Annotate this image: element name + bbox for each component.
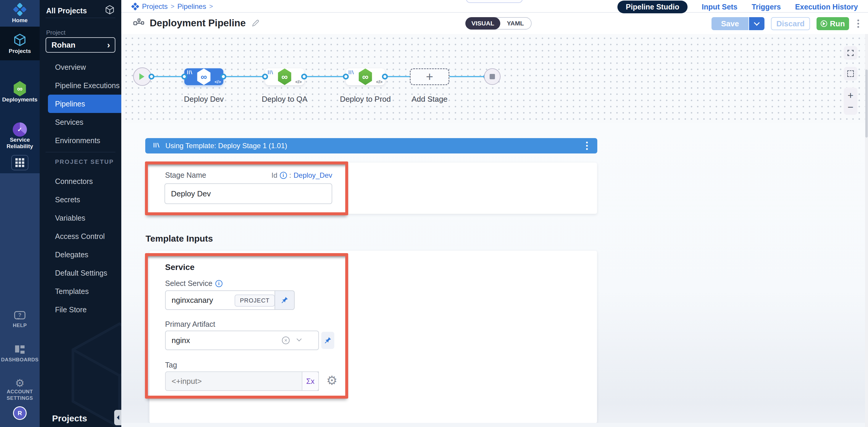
sidebar-item-access-control[interactable]: Access Control [40,227,121,245]
stage-name-input[interactable] [164,183,332,204]
connector-dot [181,74,187,79]
rail-item-account-settings[interactable]: ⚙ ACCOUNT SETTINGS [0,378,40,401]
rail-deployments-label: Deployments [0,96,40,103]
primary-artifact-input[interactable] [165,331,319,350]
scrollbar-thumb[interactable] [865,69,868,137]
select-service-label: Select Service [165,279,212,288]
sidebar-item-templates[interactable]: Templates [40,282,121,300]
rail-item-service-reliability[interactable]: ✓ Service Reliability [0,123,40,150]
canvas-select-button[interactable] [844,67,857,80]
pipeline-canvas[interactable]: ∞ </> ∞ </> ∞ </> + Depl [121,34,868,123]
breadcrumb-pipelines[interactable]: Pipelines [178,2,206,11]
rail-account-label1: ACCOUNT [0,389,40,395]
toggle-visual[interactable]: VISUAL [465,17,500,30]
marquee-select-icon [847,70,854,77]
service-pin-button[interactable] [275,290,294,310]
header-kebab-menu[interactable] [856,18,861,30]
toggle-yaml[interactable]: YAML [500,18,531,29]
template-icon [348,70,354,76]
project-selector[interactable]: Rohan › [45,37,115,53]
run-button[interactable]: Run [816,17,849,30]
rail-projects-label: Projects [0,48,40,55]
canvas-fit-button[interactable] [844,46,857,60]
tag-label: Tag [165,361,177,369]
stop-icon [490,74,495,79]
project-sidebar: All Projects Project Rohan › Overview Pi… [40,0,121,427]
stage-node-deploy-to-prod[interactable]: ∞ </> [346,68,385,85]
artifact-pin-button[interactable] [321,332,334,349]
expression-input-button[interactable]: Σx [302,371,319,391]
code-glyph-icon: </> [215,79,221,84]
info-icon[interactable]: i [215,280,222,287]
zoom-out-button[interactable]: − [847,101,854,113]
service-heading: Service [165,263,195,272]
rail-sr-label2: Reliability [0,143,40,150]
service-reliability-icon: ✓ [13,123,27,137]
breadcrumb: Projects > Pipelines > [131,2,213,11]
tag-settings-gear-icon[interactable]: ⚙ [326,374,338,387]
tab-pipeline-studio[interactable]: Pipeline Studio [617,1,687,13]
help-chat-icon: ? [14,311,26,319]
edit-pencil-icon[interactable] [251,19,260,28]
discard-button[interactable]: Discard [771,17,810,30]
tab-execution-history[interactable]: Execution History [795,3,858,11]
clear-selection-icon[interactable]: × [282,336,290,344]
service-inputs-card: Service Select Service i PROJECT Primary… [149,251,597,423]
save-dropdown-button[interactable] [749,17,765,30]
pipeline-header-bar: Deployment Pipeline VISUAL YAML Save Dis… [121,13,868,34]
sidebar-item-environments[interactable]: Environments [40,131,121,150]
sidebar-item-connectors[interactable]: Connectors [40,172,121,191]
info-icon[interactable]: i [280,172,287,179]
rail-help-label: HELP [0,322,40,329]
save-button[interactable]: Save [712,17,749,30]
sidebar-item-pipeline-executions[interactable]: Pipeline Executions [40,76,121,95]
sidebar-item-default-settings[interactable]: Default Settings [40,264,121,282]
service-scope-badge: PROJECT [235,295,275,307]
code-glyph-icon: </> [295,79,302,84]
sidebar-item-file-store[interactable]: File Store [40,300,121,319]
all-projects-label[interactable]: All Projects [46,6,87,15]
banner-text: Using Template: Deploy Stage 1 (1.01) [165,142,287,150]
stage-node-deploy-to-qa[interactable]: ∞ </> [265,68,304,85]
using-template-banner[interactable]: Using Template: Deploy Stage 1 (1.01) [145,138,597,154]
rail-item-dashboards[interactable]: DASHBOARDS [0,346,40,363]
tab-input-sets[interactable]: Input Sets [702,3,738,11]
harness-logo-icon [13,12,26,17]
link [304,76,346,77]
template-inputs-heading: Template Inputs [146,234,213,244]
stage-id-value[interactable]: Deploy_Dev [293,171,332,179]
zoom-in-button[interactable]: + [847,89,854,101]
stage-name-card: Stage Name Id i : Deploy_Dev [149,163,597,214]
stage-node-deploy-dev[interactable]: ∞ </> [184,68,223,85]
tag-input[interactable] [165,371,319,391]
rail-item-home[interactable]: Home [0,3,40,24]
sidebar-item-variables[interactable]: Variables [40,209,121,227]
add-stage-button[interactable]: + [410,68,450,85]
user-avatar[interactable]: R [13,406,27,420]
rail-item-help[interactable]: ? HELP [0,311,40,329]
rail-item-deployments[interactable]: ∞ Deployments [0,81,40,103]
sidebar-item-secrets[interactable]: Secrets [40,191,121,209]
stage-name-label: Stage Name [165,171,206,179]
sidebar-item-pipelines[interactable]: Pipelines [48,95,121,113]
rail-home-label: Home [0,17,40,24]
cube-icon [105,5,115,17]
module-switcher-button[interactable] [11,155,28,170]
dashboards-icon [15,346,25,354]
sigma-expression-icon: Σx [306,377,314,386]
deployments-cd-icon: ∞ [13,81,27,96]
tab-triggers[interactable]: Triggers [752,3,781,11]
top-center-notch[interactable] [466,0,523,3]
banner-kebab-menu[interactable] [584,140,590,152]
sidebar-item-delegates[interactable]: Delegates [40,245,121,264]
rail-item-projects[interactable]: Projects [0,33,40,55]
sidebar-item-services[interactable]: Services [40,113,121,131]
rail-account-label2: SETTINGS [0,395,40,401]
sidebar-collapse-handle[interactable] [114,410,121,425]
scrollbar-track[interactable] [865,34,868,427]
connector-dot [262,74,268,79]
breadcrumb-projects[interactable]: Projects [142,2,168,11]
sidebar-item-overview[interactable]: Overview [40,58,121,76]
gear-icon: ⚙ [15,377,25,389]
template-icon [268,70,273,76]
